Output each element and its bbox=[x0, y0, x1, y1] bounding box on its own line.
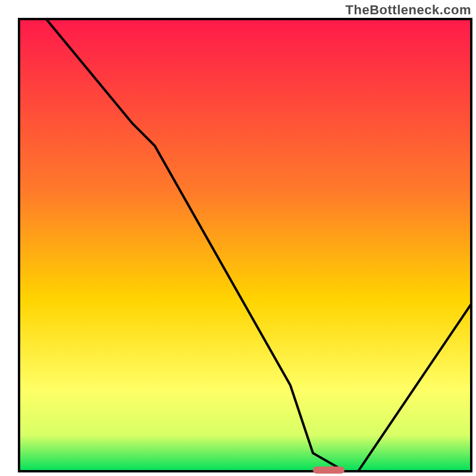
bottleneck-chart bbox=[0, 0, 476, 476]
chart-container: { "watermark": "TheBottleneck.com", "col… bbox=[0, 0, 476, 476]
optimum-marker bbox=[313, 466, 345, 474]
